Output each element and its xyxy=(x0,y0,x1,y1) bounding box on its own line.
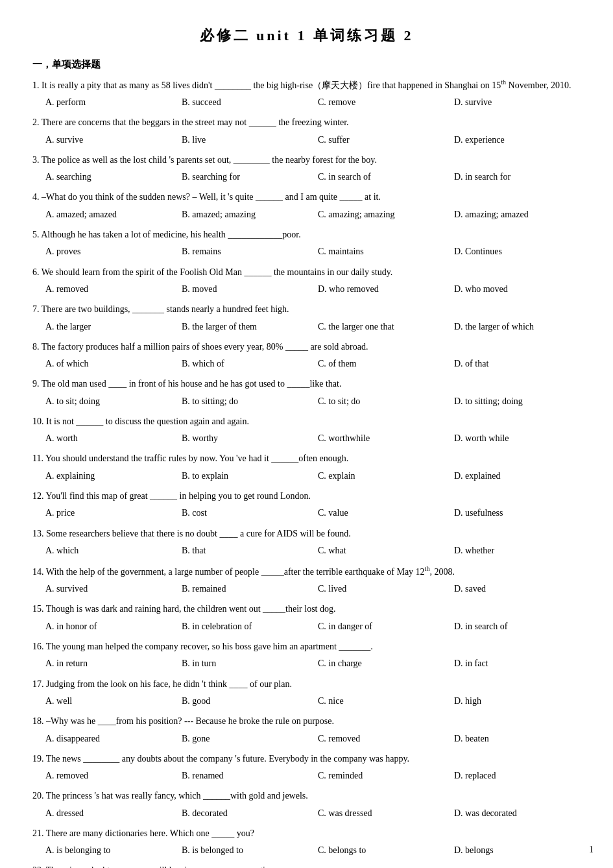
option-item[interactable]: D. of that xyxy=(454,356,571,372)
option-item[interactable]: C. value xyxy=(318,505,435,521)
option-item[interactable]: D. Continues xyxy=(454,243,571,259)
option-item[interactable]: A. survive xyxy=(45,132,162,148)
option-item[interactable]: A. in return xyxy=(45,655,162,671)
option-item[interactable]: C. nice xyxy=(318,693,435,709)
option-item[interactable]: C. reminded xyxy=(318,767,435,784)
option-item[interactable]: A. well xyxy=(45,693,162,709)
options-row: A. searchingB. searching forC. in search… xyxy=(32,169,581,185)
option-item[interactable]: D. belongs xyxy=(454,842,571,858)
option-item[interactable]: C. suffer xyxy=(318,132,435,148)
option-item[interactable]: A. in honor of xyxy=(45,618,162,634)
option-item[interactable]: B. remains xyxy=(182,243,298,259)
option-item[interactable]: C. in danger of xyxy=(318,618,435,634)
question-number: 1. xyxy=(32,80,40,90)
option-item[interactable]: C. in charge xyxy=(318,655,435,671)
option-item[interactable]: A. amazed; amazed xyxy=(45,206,162,223)
option-item[interactable]: B. good xyxy=(182,693,298,709)
option-item[interactable]: B. remained xyxy=(182,581,298,597)
options-row: A. disappearedB. goneC. removedD. beaten xyxy=(32,730,581,747)
option-item[interactable]: D. high xyxy=(454,693,571,709)
option-item[interactable]: A. of which xyxy=(45,356,162,372)
option-item[interactable]: B. which of xyxy=(182,356,298,372)
option-item[interactable]: B. to sitting; do xyxy=(182,393,298,409)
option-item[interactable]: C. remove xyxy=(318,94,435,110)
option-item[interactable]: B. the larger of them xyxy=(182,319,298,335)
option-item[interactable]: C. removed xyxy=(318,730,435,747)
option-item[interactable]: B. searching for xyxy=(182,169,298,185)
option-item[interactable]: D. the larger of which xyxy=(454,319,571,335)
option-item[interactable]: C. in search of xyxy=(318,169,435,185)
option-item[interactable]: C. amazing; amazing xyxy=(318,206,435,223)
option-item[interactable]: B. to explain xyxy=(182,468,298,484)
option-item[interactable]: D. experience xyxy=(454,132,571,148)
option-item[interactable]: C. was dressed xyxy=(318,805,435,821)
option-item[interactable]: B. succeed xyxy=(182,94,298,110)
question-item: 5. Although he has taken a lot of medici… xyxy=(32,228,581,260)
option-item[interactable]: A. perform xyxy=(45,94,162,110)
option-item[interactable]: C. of them xyxy=(318,356,435,372)
option-item[interactable]: D. amazing; amazed xyxy=(454,206,571,223)
option-item[interactable]: B. is belonged to xyxy=(182,842,298,858)
option-item[interactable]: B. decorated xyxy=(182,805,298,821)
question-number: 17. xyxy=(32,679,44,689)
option-item[interactable]: D. who removed xyxy=(318,281,435,297)
option-item[interactable]: A. survived xyxy=(45,581,162,597)
option-item[interactable]: A. searching xyxy=(45,169,162,185)
option-item[interactable]: B. renamed xyxy=(182,767,298,784)
option-item[interactable]: A. worth xyxy=(45,430,162,446)
option-item[interactable]: A. removed xyxy=(45,281,162,297)
option-item[interactable]: D. beaten xyxy=(454,730,571,747)
option-item[interactable]: B. moved xyxy=(182,281,298,297)
option-item[interactable]: A. explaining xyxy=(45,468,162,484)
option-item[interactable]: C. maintains xyxy=(318,243,435,259)
question-item: 20. The princess 's hat was really fancy… xyxy=(32,789,581,821)
option-item[interactable]: A. price xyxy=(45,505,162,521)
question-number: 14. xyxy=(32,567,44,577)
option-item[interactable]: D. worth while xyxy=(454,430,571,446)
option-item[interactable]: B. in celebration of xyxy=(182,618,298,634)
question-number: 21. xyxy=(32,828,44,838)
option-item[interactable]: D. who moved xyxy=(454,281,571,297)
option-item[interactable]: A. to sit; doing xyxy=(45,393,162,409)
option-item[interactable]: D. in search for xyxy=(454,169,571,185)
option-item[interactable]: A. dressed xyxy=(45,805,162,821)
option-item[interactable]: D. saved xyxy=(454,581,571,597)
option-item[interactable]: D. replaced xyxy=(454,767,571,784)
option-item[interactable]: C. what xyxy=(318,542,435,559)
options-row: A. dressedB. decoratedC. was dressedD. w… xyxy=(32,805,581,821)
option-item[interactable]: C. worthwhile xyxy=(318,430,435,446)
option-item[interactable]: C. to sit; do xyxy=(318,393,435,409)
option-item[interactable]: B. live xyxy=(182,132,298,148)
option-item[interactable]: C. explain xyxy=(318,468,435,484)
option-item[interactable]: A. which xyxy=(45,542,162,559)
option-item[interactable]: C. belongs to xyxy=(318,842,435,858)
option-item[interactable]: A. the larger xyxy=(45,319,162,335)
options-row: A. the largerB. the larger of themC. the… xyxy=(32,319,581,335)
option-item[interactable]: A. proves xyxy=(45,243,162,259)
option-item[interactable]: D. usefulness xyxy=(454,505,571,521)
options-row: A. to sit; doingB. to sitting; doC. to s… xyxy=(32,393,581,409)
option-item[interactable]: A. disappeared xyxy=(45,730,162,747)
option-item[interactable]: C. lived xyxy=(318,581,435,597)
option-item[interactable]: B. gone xyxy=(182,730,298,747)
question-number: 19. xyxy=(32,754,44,764)
option-item[interactable]: B. that xyxy=(182,542,298,559)
option-item[interactable]: A. is belonging to xyxy=(45,842,162,858)
question-text: It is not ______ to discuss the question… xyxy=(46,416,249,426)
option-item[interactable]: B. cost xyxy=(182,505,298,521)
options-row: A. worthB. worthyC. worthwhileD. worth w… xyxy=(32,430,581,446)
option-item[interactable]: D. in search of xyxy=(454,618,571,634)
question-text: Some researchers believe that there is n… xyxy=(46,529,351,538)
option-item[interactable]: B. in turn xyxy=(182,655,298,671)
options-row: A. is belonging toB. is belonged toC. be… xyxy=(32,842,581,858)
option-item[interactable]: D. in fact xyxy=(454,655,571,671)
option-item[interactable]: B. worthy xyxy=(182,430,298,446)
option-item[interactable]: C. the larger one that xyxy=(318,319,435,335)
option-item[interactable]: B. amazed; amazing xyxy=(182,206,298,223)
option-item[interactable]: D. explained xyxy=(454,468,571,484)
option-item[interactable]: D. was decorated xyxy=(454,805,571,821)
option-item[interactable]: D. survive xyxy=(454,94,571,110)
option-item[interactable]: D. whether xyxy=(454,542,571,559)
option-item[interactable]: D. to sitting; doing xyxy=(454,393,571,409)
option-item[interactable]: A. removed xyxy=(45,767,162,784)
